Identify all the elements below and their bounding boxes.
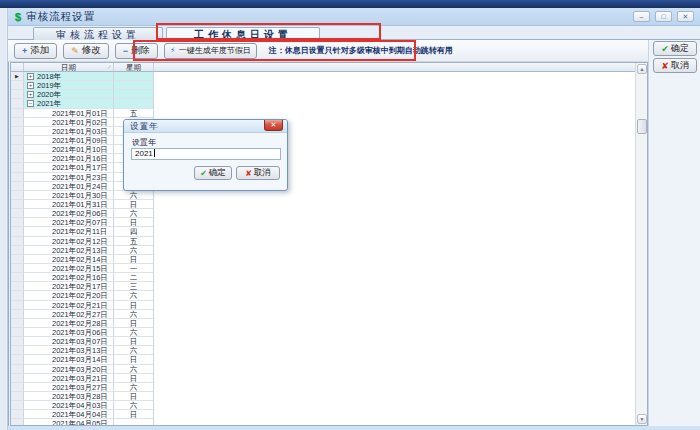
dialog-ok-button[interactable]: ✔ 确定 bbox=[194, 166, 232, 180]
minimize-button[interactable]: – bbox=[633, 11, 650, 22]
date-cell[interactable]: 2021年01月09日 bbox=[24, 136, 114, 145]
date-cell[interactable]: 2021年02月11日 bbox=[24, 227, 114, 236]
date-cell[interactable]: 2021年02月15日 bbox=[24, 264, 114, 273]
date-cell[interactable]: 2021年02月27日 bbox=[24, 310, 114, 319]
date-cell[interactable]: 2021年01月30日 bbox=[24, 191, 114, 200]
table-row[interactable]: 2021年02月20日六 bbox=[11, 291, 647, 300]
table-row[interactable]: +2019年 bbox=[11, 81, 647, 90]
table-row[interactable]: 2021年02月28日日 bbox=[11, 319, 647, 328]
table-row[interactable]: 2021年01月23日 bbox=[11, 173, 647, 182]
table-row[interactable]: 2021年01月16日 bbox=[11, 154, 647, 163]
column-header-week[interactable]: 星期 bbox=[114, 63, 154, 71]
table-row[interactable]: ▶+2018年 bbox=[11, 72, 647, 81]
date-cell[interactable]: 2021年01月17日 bbox=[24, 163, 114, 172]
date-cell[interactable]: +2019年 bbox=[24, 81, 114, 90]
date-cell[interactable]: 2021年02月21日 bbox=[24, 301, 114, 310]
date-cell[interactable]: 2021年02月14日 bbox=[24, 255, 114, 264]
table-row[interactable]: 2021年04月05日 bbox=[11, 419, 647, 426]
delete-button[interactable]: − 删除 bbox=[115, 43, 158, 59]
expand-icon[interactable]: + bbox=[27, 91, 34, 98]
table-row[interactable]: 2021年01月17日 bbox=[11, 163, 647, 172]
close-button[interactable]: ✕ bbox=[677, 11, 694, 22]
date-cell[interactable]: 2021年03月13日 bbox=[24, 346, 114, 355]
table-row[interactable]: 2021年04月04日日 bbox=[11, 410, 647, 419]
collapse-icon[interactable]: − bbox=[27, 100, 34, 107]
date-cell[interactable]: 2021年01月16日 bbox=[24, 154, 114, 163]
scrollbar-thumb[interactable] bbox=[637, 119, 647, 134]
date-cell[interactable]: 2021年01月31日 bbox=[24, 200, 114, 209]
table-row[interactable]: 2021年02月12日五 bbox=[11, 237, 647, 246]
table-row[interactable]: 2021年04月03日六 bbox=[11, 401, 647, 410]
expand-icon[interactable]: + bbox=[27, 82, 34, 89]
modify-button[interactable]: ✎ 修改 bbox=[63, 43, 109, 59]
scroll-down-icon[interactable]: ▼ bbox=[637, 414, 647, 424]
date-cell[interactable]: 2021年01月24日 bbox=[24, 182, 114, 191]
table-row[interactable]: 2021年03月28日日 bbox=[11, 392, 647, 401]
date-cell[interactable]: 2021年01月02日 bbox=[24, 118, 114, 127]
date-cell[interactable]: 2021年02月06日 bbox=[24, 209, 114, 218]
column-header-date[interactable]: 日期 ∕ bbox=[24, 63, 114, 71]
date-cell[interactable]: +2020年 bbox=[24, 90, 114, 99]
generate-yearly-holidays-button[interactable]: ⚡ 一键生成年度节假日 bbox=[164, 43, 257, 59]
date-cell[interactable]: 2021年03月06日 bbox=[24, 328, 114, 337]
date-cell[interactable]: 2021年01月23日 bbox=[24, 173, 114, 182]
table-row[interactable]: 2021年01月31日日 bbox=[11, 200, 647, 209]
date-cell[interactable]: 2021年01月03日 bbox=[24, 127, 114, 136]
table-row[interactable]: 2021年01月10日 bbox=[11, 145, 647, 154]
maximize-button[interactable]: □ bbox=[655, 11, 672, 22]
table-row[interactable]: 2021年03月07日日 bbox=[11, 337, 647, 346]
tab-work-restday-settings[interactable]: 工作休息日设置 bbox=[166, 27, 320, 40]
table-row[interactable]: 2021年02月07日日 bbox=[11, 218, 647, 227]
date-cell[interactable]: 2021年04月05日 bbox=[24, 419, 114, 426]
table-row[interactable]: 2021年01月09日 bbox=[11, 136, 647, 145]
table-row[interactable]: 2021年02月06日六 bbox=[11, 209, 647, 218]
table-row[interactable]: 2021年02月15日一 bbox=[11, 264, 647, 273]
date-cell[interactable]: 2021年01月01日 bbox=[24, 109, 114, 118]
table-row[interactable]: 2021年03月21日日 bbox=[11, 374, 647, 383]
table-row[interactable]: 2021年01月02日 bbox=[11, 118, 647, 127]
dialog-close-button[interactable]: ✕ bbox=[264, 120, 283, 131]
date-cell[interactable]: 2021年03月07日 bbox=[24, 337, 114, 346]
date-cell[interactable]: 2021年02月13日 bbox=[24, 246, 114, 255]
table-row[interactable]: 2021年03月14日日 bbox=[11, 355, 647, 364]
date-cell[interactable]: 2021年03月14日 bbox=[24, 355, 114, 364]
date-cell[interactable]: +2018年 bbox=[24, 72, 114, 81]
table-row[interactable]: 2021年02月14日日 bbox=[11, 255, 647, 264]
table-row[interactable]: 2021年01月03日 bbox=[11, 127, 647, 136]
date-cell[interactable]: 2021年02月07日 bbox=[24, 218, 114, 227]
dialog-cancel-button[interactable]: ✘ 取消 bbox=[236, 166, 280, 180]
vertical-scrollbar[interactable]: ▲ ▼ bbox=[635, 63, 647, 425]
table-row[interactable]: +2020年 bbox=[11, 90, 647, 99]
date-cell[interactable]: 2021年04月04日 bbox=[24, 410, 114, 419]
tab-audit-flow-settings[interactable]: 审核流程设置 bbox=[33, 27, 163, 40]
table-row[interactable]: 2021年03月27日六 bbox=[11, 383, 647, 392]
table-row[interactable]: 2021年01月01日五 bbox=[11, 109, 647, 118]
date-cell[interactable]: 2021年02月28日 bbox=[24, 319, 114, 328]
date-cell[interactable]: 2021年03月21日 bbox=[24, 374, 114, 383]
table-row[interactable]: −2021年 bbox=[11, 99, 647, 108]
table-row[interactable]: 2021年02月21日日 bbox=[11, 301, 647, 310]
expand-icon[interactable]: + bbox=[27, 73, 34, 80]
date-cell[interactable]: 2021年02月17日 bbox=[24, 282, 114, 291]
date-cell[interactable]: 2021年04月03日 bbox=[24, 401, 114, 410]
date-cell[interactable]: 2021年02月16日 bbox=[24, 273, 114, 282]
date-cell[interactable]: 2021年03月20日 bbox=[24, 365, 114, 374]
table-row[interactable]: 2021年03月06日六 bbox=[11, 328, 647, 337]
date-cell[interactable]: 2021年02月20日 bbox=[24, 291, 114, 300]
scroll-up-icon[interactable]: ▲ bbox=[637, 64, 647, 74]
table-row[interactable]: 2021年01月30日六 bbox=[11, 191, 647, 200]
add-button[interactable]: + 添加 bbox=[14, 43, 57, 59]
table-row[interactable]: 2021年02月17日三 bbox=[11, 282, 647, 291]
table-row[interactable]: 2021年02月11日四 bbox=[11, 227, 647, 236]
date-cell[interactable]: 2021年03月28日 bbox=[24, 392, 114, 401]
table-row[interactable]: 2021年03月20日六 bbox=[11, 365, 647, 374]
table-row[interactable]: 2021年02月16日二 bbox=[11, 273, 647, 282]
ok-button[interactable]: ✔ 确定 bbox=[653, 41, 697, 56]
cancel-button[interactable]: ✘ 取消 bbox=[653, 58, 697, 73]
table-row[interactable]: 2021年02月27日六 bbox=[11, 310, 647, 319]
window-titlebar[interactable]: $ 审核流程设置 – □ ✕ bbox=[8, 8, 700, 26]
date-cell[interactable]: 2021年01月10日 bbox=[24, 145, 114, 154]
date-cell[interactable]: 2021年03月27日 bbox=[24, 383, 114, 392]
table-row[interactable]: 2021年01月24日 bbox=[11, 182, 647, 191]
date-cell[interactable]: −2021年 bbox=[24, 99, 114, 108]
